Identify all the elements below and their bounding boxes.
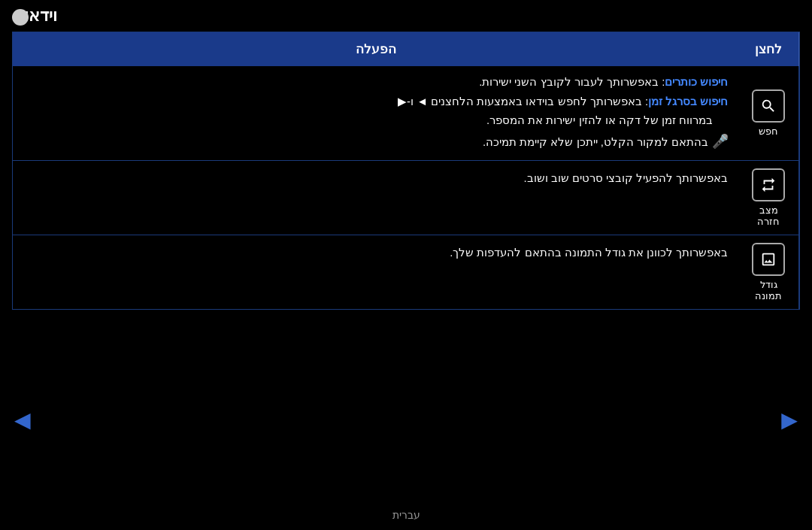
- search-line-1: חיפוש כותרים: באפשרותך לעבור לקובץ השני …: [23, 72, 729, 92]
- table-row: חפש חיפוש כותרים: באפשרותך לעבור לקובץ ה…: [13, 66, 799, 161]
- nav-left-arrow[interactable]: ◄: [9, 404, 36, 436]
- picture-size-icon: [760, 251, 777, 268]
- search-icon-button[interactable]: [752, 89, 785, 123]
- search-icon: [760, 98, 777, 114]
- repeat-line-1: באפשרותך להפעיל קובצי סרטים שוב ושוב.: [23, 168, 729, 188]
- table-row: מצב חזרה באפשרותך להפעיל קובצי סרטים שוב…: [13, 161, 799, 235]
- feature-table: לחצן הפעלה חפש: [13, 32, 799, 309]
- picture-size-line-1: באפשרותך לכוונן את גודל התמונה בהתאם להע…: [23, 243, 729, 262]
- repeat-description-cell: באפשרותך להפעיל קובצי סרטים שוב ושוב.: [13, 161, 739, 235]
- picture-size-icon-button[interactable]: [752, 243, 785, 276]
- col-action-header: הפעלה: [13, 32, 739, 66]
- table-wrapper: לחצן הפעלה חפש: [12, 32, 800, 310]
- circle-icon: [12, 9, 29, 26]
- nav-right-arrow[interactable]: ►: [776, 404, 803, 436]
- repeat-icon: [760, 177, 777, 193]
- footer-language: עברית: [392, 509, 420, 521]
- search-line-3: במרווח זמן של דקה או להזין ישירות את המס…: [23, 111, 729, 130]
- nav-section: ◄ ►: [0, 310, 812, 530]
- page-title: וידאו: [24, 6, 57, 26]
- col-button-header: לחצן: [739, 32, 799, 66]
- repeat-icon-button[interactable]: [752, 168, 785, 201]
- search-button-cell: חפש: [739, 66, 799, 161]
- search-description-cell: חיפוש כותרים: באפשרותך לעבור לקובץ השני …: [13, 66, 739, 161]
- picture-size-button-cell: גודל תמונה: [739, 235, 799, 310]
- repeat-button-cell: מצב חזרה: [739, 161, 799, 235]
- top-bar: וידאו: [0, 0, 812, 32]
- picture-size-label: גודל תמונה: [750, 279, 789, 301]
- app-container: וידאו לחצן הפעלה: [0, 0, 812, 530]
- search-line-2: חיפוש בסרגל זמן: באפשרותך לחפש בוידאו בא…: [23, 92, 729, 111]
- search-label: חפש: [750, 126, 789, 137]
- search-line-4: 🎤 בהתאם למקור הקלט, ייתכן שלא קיימת תמיכ…: [23, 130, 729, 153]
- repeat-label: מצב חזרה: [750, 204, 789, 227]
- mic-icon: 🎤: [712, 134, 729, 149]
- picture-size-description-cell: באפשרותך לכוונן את גודל התמונה בהתאם להע…: [13, 235, 739, 310]
- table-header-row: לחצן הפעלה: [13, 32, 799, 66]
- table-row: גודל תמונה באפשרותך לכוונן את גודל התמונ…: [13, 235, 799, 310]
